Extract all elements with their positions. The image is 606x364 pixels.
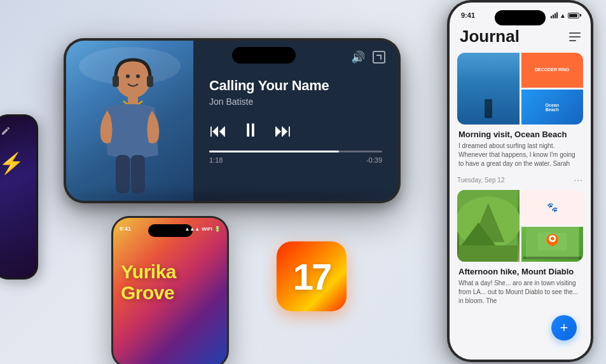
entry-1-more[interactable]: ···: [574, 175, 583, 185]
bottom-time: 9:41: [120, 226, 131, 232]
wifi-icon: ▲: [560, 12, 566, 19]
svg-rect-13: [459, 245, 518, 262]
rewind-button[interactable]: ⏮: [209, 120, 227, 141]
phone-music-screen: 🔊 Calling Your Name Jon Batiste ⏮ ⏸ ⏭ 1:…: [66, 41, 398, 201]
phone-left-screen: ⚡: [0, 116, 36, 278]
battery-fill: [569, 14, 577, 17]
playback-controls: ⏮ ⏸ ⏭: [209, 119, 382, 141]
progress-bar[interactable]: [209, 151, 382, 152]
menu-line-2: [569, 36, 581, 37]
svg-point-5: [136, 74, 140, 78]
phone-music-shadow: [70, 192, 388, 202]
svg-point-4: [126, 74, 130, 78]
time-current: 1:18: [209, 156, 223, 164]
ocean-label-1: Ocean: [546, 103, 559, 107]
map-badge: [521, 227, 584, 262]
entry-2-images: 🐾: [457, 190, 583, 262]
airplay-icon: [373, 51, 385, 64]
journal-status-icons: ▲: [551, 12, 579, 19]
map-art: [521, 227, 584, 259]
album-art-figure: [66, 41, 193, 201]
phone-music: 🔊 Calling Your Name Jon Batiste ⏮ ⏸ ⏭ 1:…: [64, 38, 401, 203]
ocean-label-2: Beach: [546, 107, 559, 112]
artist-name: Jon Batiste: [209, 97, 382, 107]
entry-2-body: What a day! She... aro are in town visit…: [458, 279, 582, 306]
hike-photo-art: [457, 190, 520, 262]
pause-button[interactable]: ⏸: [241, 119, 260, 141]
compose-icon: [1, 126, 11, 136]
svg-point-18: [550, 237, 554, 241]
journal-entry-2: 🐾: [457, 190, 583, 306]
time-labels: 1:18 -0:39: [209, 156, 382, 164]
entry-1-body: I dreamed about surfing last night. When…: [458, 142, 582, 168]
entry-1-title: Morning visit, Ocean Beach: [458, 130, 582, 139]
battery-icon: [568, 13, 579, 18]
bottom-status-bar: 9:41 ▲▲▲ WiFi 🔋: [120, 226, 221, 232]
phone-left-partial: ⚡: [0, 114, 38, 280]
song-title: Calling Your Name: [209, 78, 382, 94]
volume-icon: 🔊: [351, 50, 365, 64]
phone-bottom: 9:41 ▲▲▲ WiFi 🔋 Yurika Grove: [111, 216, 229, 364]
entry-2-text: Afternoon hike, Mount Diablo What a day!…: [457, 267, 583, 306]
walk-paw-icon: 🐾: [547, 202, 558, 212]
decoder-ring-label: DECODER RING: [534, 66, 570, 74]
journal-screen: 9:41 ▲ Journal: [450, 3, 591, 360]
progress-fill: [209, 151, 339, 152]
album-art: [66, 41, 193, 201]
decoder-ring-badge: DECODER RING: [521, 53, 584, 88]
phone-journal: 9:41 ▲ Journal: [447, 0, 593, 362]
svg-rect-2: [113, 76, 119, 87]
journal-menu-button[interactable]: [569, 32, 581, 41]
ocean-photo: [457, 53, 520, 125]
location-label: [523, 257, 582, 259]
menu-line-1: [569, 32, 581, 34]
entry-1-text: Morning visit, Ocean Beach I dreamed abo…: [457, 130, 583, 168]
signal-bars: [551, 12, 558, 18]
phone-bottom-screen: 9:41 ▲▲▲ WiFi 🔋 Yurika Grove: [113, 218, 227, 364]
journal-time: 9:41: [461, 11, 475, 19]
entry-1-date: Tuesday, Sep 12: [457, 177, 505, 184]
menu-line-3: [569, 40, 576, 41]
journal-title: Journal: [460, 27, 520, 46]
fast-forward-button[interactable]: ⏭: [274, 120, 292, 141]
time-remaining: -0:39: [366, 156, 382, 164]
ocean-beach-badge: Ocean Beach: [521, 90, 584, 125]
hike-photo: [457, 190, 520, 262]
journal-dynamic-island: [495, 10, 546, 25]
name-line2: Grove: [121, 282, 219, 303]
svg-rect-7: [116, 155, 130, 193]
name-line1: Yurika: [121, 261, 219, 282]
walk-badge: 🐾: [521, 190, 584, 225]
person-silhouette: [485, 99, 492, 118]
journal-header: Journal: [450, 22, 591, 53]
fab-add-button[interactable]: +: [551, 315, 577, 340]
entry-1-date-row: Tuesday, Sep 12 ···: [457, 175, 583, 185]
journal-entry-1: DECODER RING Ocean Beach Morning visit, …: [457, 53, 583, 168]
entry-1-images: DECODER RING Ocean Beach: [457, 53, 583, 125]
svg-rect-8: [131, 155, 145, 193]
fab-icon: +: [560, 320, 568, 336]
ios17-icon: 17: [277, 241, 347, 311]
entry-2-title: Afternoon hike, Mount Diablo: [458, 267, 582, 276]
music-dynamic-island: [232, 47, 296, 64]
svg-rect-3: [147, 76, 153, 87]
ios17-number: 17: [293, 255, 331, 298]
music-controls: 🔊 Calling Your Name Jon Batiste ⏮ ⏸ ⏭ 1:…: [193, 41, 398, 201]
music-top-icons: 🔊: [351, 50, 385, 64]
wallpaper-name: Yurika Grove: [121, 261, 219, 303]
